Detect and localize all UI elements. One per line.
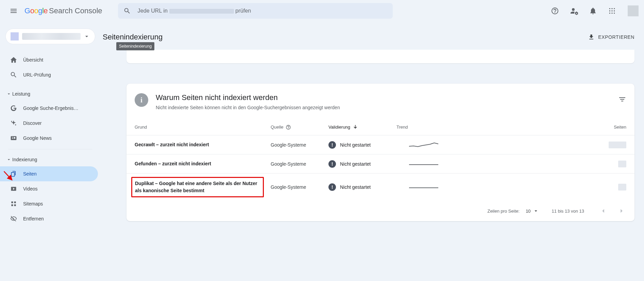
main-menu-button[interactable] [5,3,22,19]
table-row[interactable]: Gecrawlt – zurzeit nicht indexiert Googl… [126,135,634,154]
sidebar-item-search-results[interactable]: Google Suche-Ergebnis… [0,101,98,116]
warning-icon: ! [328,183,336,191]
sidebar-group-indexing[interactable]: Indexierung [0,153,101,166]
sidebar-item-sitemaps[interactable]: Sitemaps [0,196,98,211]
cell-source: Google-Systeme [271,142,328,148]
sidebar-item-pages[interactable]: Seiten [0,166,98,181]
sitemap-icon [10,200,18,208]
svg-point-2 [614,8,615,9]
sidebar-item-removals[interactable]: Entfernen [0,211,98,226]
cell-reason: Gefunden – zurzeit nicht indexiert [135,160,271,167]
cell-pages [451,161,626,167]
sidebar: Übersicht URL-Prüfung Leistung Google Su… [0,22,101,226]
svg-point-8 [614,13,615,14]
previous-page-button[interactable] [597,205,609,217]
table-footer: Zeilen pro Seite: 10 11 bis 13 von 13 [126,201,634,221]
card-title: Warum Seiten nicht indexiert werden [156,93,340,102]
google-logo: Google [24,6,48,15]
svg-point-1 [611,8,612,9]
rows-per-page-label: Zeilen pro Seite: [487,209,520,214]
table-row[interactable]: Gefunden – zurzeit nicht indexiert Googl… [126,154,634,173]
cell-reason: Gecrawlt – zurzeit nicht indexiert [135,141,271,148]
sidebar-group-performance[interactable]: Leistung [0,87,101,101]
main-content: Seitenindexierung EXPORTIEREN Seiteninde… [101,22,644,226]
notifications-button[interactable] [586,3,600,18]
account-avatar[interactable] [628,5,639,16]
header-actions [547,3,639,18]
help-icon [286,125,291,130]
app-header: Google Search Console Jede URL in prüfen [0,0,644,22]
sidebar-item-label: Videos [23,186,38,192]
video-icon [10,185,18,193]
cell-pages [451,184,626,191]
cell-trend [396,159,451,169]
help-button[interactable] [547,3,562,18]
sidebar-item-videos[interactable]: Videos [0,181,98,196]
chevron-down-icon [83,33,90,40]
table-row[interactable]: Duplikat – Google hat eine andere Seite … [126,173,634,201]
search-icon [10,71,18,79]
chevron-down-icon [533,208,539,214]
svg-point-4 [611,10,612,11]
breadcrumb-tooltip: Seitenindexierung [116,42,154,50]
sidebar-item-label: Google Suche-Ergebnis… [23,105,79,111]
export-button[interactable]: EXPORTIEREN [588,34,634,40]
column-validation[interactable]: Validierung [328,124,396,130]
download-icon [588,34,595,40]
cell-trend [396,182,451,192]
column-pages[interactable]: Seiten [451,125,626,130]
column-reason[interactable]: Grund [135,125,271,130]
cell-pages [451,142,626,148]
chevron-down-icon [6,157,12,162]
url-inspection-search[interactable]: Jede URL in prüfen [118,3,393,19]
summary-card-placeholder [126,50,634,63]
column-source[interactable]: Quelle [271,125,328,130]
sidebar-group-label: Leistung [12,91,30,97]
sidebar-item-google-news[interactable]: Google News [0,131,98,146]
indexing-reasons-card: i Warum Seiten nicht indexiert werden Ni… [126,84,634,221]
card-subtitle: Nicht indexierte Seiten können nicht in … [156,105,340,110]
page-title: Seitenindexierung [103,33,163,42]
next-page-button[interactable] [615,205,628,217]
cell-reason: Duplikat – Google hat eine andere Seite … [135,177,271,197]
product-name: Search Console [49,6,102,15]
filter-button[interactable] [618,95,626,103]
visibility-off-icon [10,215,18,223]
sort-descending-icon [352,124,358,130]
column-trend[interactable]: Trend [396,125,451,130]
sidebar-item-overview[interactable]: Übersicht [0,52,98,67]
property-name-redacted [22,33,81,40]
table-header: Grund Quelle Validierung Trend [126,119,634,135]
rows-per-page-select[interactable]: 10 [526,208,539,214]
product-logo[interactable]: Google Search Console [24,6,102,15]
sidebar-item-label: URL-Prüfung [23,72,51,78]
info-icon: i [135,93,148,107]
cell-source: Google-Systeme [271,184,328,190]
pages-icon [10,170,18,178]
svg-point-5 [614,10,615,11]
warning-icon: ! [328,160,336,168]
sidebar-item-label: Google News [23,135,52,141]
cell-validation: ! Nicht gestartet [328,183,396,191]
pagination-range: 11 bis 13 von 13 [552,209,584,214]
sidebar-item-url-inspection[interactable]: URL-Prüfung [0,67,98,82]
search-placeholder: Jede URL in prüfen [138,8,251,14]
search-icon [123,7,131,15]
sidebar-item-discover[interactable]: Discover [0,116,98,131]
sidebar-item-label: Discover [23,120,41,126]
annotation-highlight: Duplikat – Google hat eine andere Seite … [131,177,264,197]
home-icon [10,56,18,64]
sidebar-item-label: Übersicht [23,57,43,63]
sidebar-item-label: Sitemaps [23,201,43,206]
export-label: EXPORTIEREN [598,34,634,40]
chevron-down-icon [6,91,12,97]
account-settings-button[interactable] [566,3,581,18]
svg-point-3 [609,10,610,11]
reasons-table: Grund Quelle Validierung Trend [126,117,634,201]
cell-validation: ! Nicht gestartet [328,141,396,149]
google-apps-button[interactable] [605,3,620,18]
cell-source: Google-Systeme [271,161,328,167]
svg-point-6 [609,13,610,14]
cell-trend [396,140,451,150]
property-selector[interactable] [5,29,95,44]
